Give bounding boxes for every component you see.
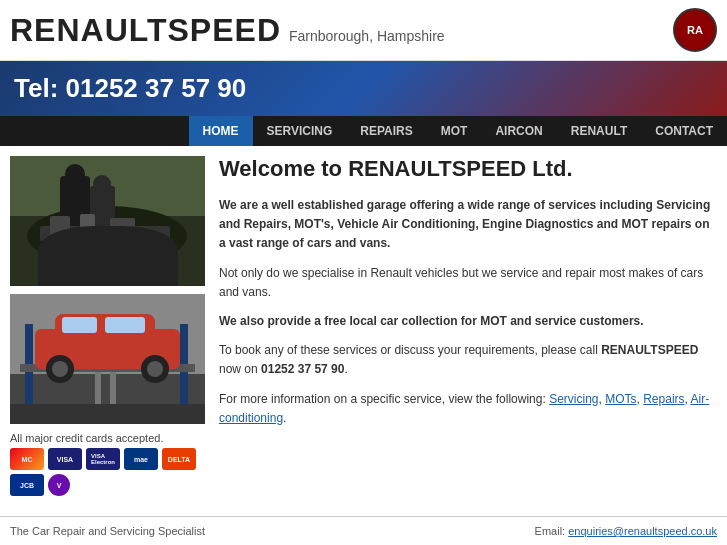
nav-contact[interactable]: CONTACT xyxy=(641,116,727,146)
svg-rect-5 xyxy=(90,186,115,236)
site-header: RENAULTSPEED Farnborough, Hampshire RA xyxy=(0,0,727,61)
services-text-pre: For more information on a specific servi… xyxy=(219,392,549,406)
maestro-icon: mae xyxy=(124,448,158,470)
svg-rect-25 xyxy=(10,404,205,424)
credit-cards-area: All major credit cards accepted. MC VISA… xyxy=(10,432,205,496)
footer-tagline: The Car Repair and Servicing Specialist xyxy=(10,525,205,537)
site-footer: The Car Repair and Servicing Specialist … xyxy=(0,516,727,545)
svg-rect-27 xyxy=(110,372,116,404)
footer-email: Email: enquiries@renaultspeed.co.uk xyxy=(535,525,717,537)
garage-image-2-svg xyxy=(10,294,205,424)
booking-text-pre: To book any of these services or discuss… xyxy=(219,343,601,357)
svg-point-22 xyxy=(52,361,68,377)
email-link[interactable]: enquiries@renaultspeed.co.uk xyxy=(568,525,717,537)
servicing-link[interactable]: Servicing xyxy=(549,392,598,406)
booking-paragraph: To book any of these services or discuss… xyxy=(219,341,717,379)
phone-banner: Tel: 01252 37 57 90 xyxy=(0,61,727,116)
logo-subtitle: Farnborough, Hampshire xyxy=(289,28,445,44)
nav-repairs[interactable]: REPAIRS xyxy=(346,116,426,146)
svg-rect-9 xyxy=(80,214,95,236)
second-paragraph: Not only do we specialise in Renault veh… xyxy=(219,264,717,302)
delta-icon: DELTA xyxy=(162,448,196,470)
phone-number: Tel: 01252 37 57 90 xyxy=(14,73,246,103)
nav-aircon[interactable]: AIRCON xyxy=(481,116,556,146)
mastercard-icon: MC xyxy=(10,448,44,470)
credit-cards-label: All major credit cards accepted. xyxy=(10,432,205,444)
visa-icon: VISA xyxy=(48,448,82,470)
svg-rect-20 xyxy=(105,317,145,333)
booking-text-end: . xyxy=(344,362,347,376)
nav-home[interactable]: HOME xyxy=(189,116,253,146)
garage-image-2 xyxy=(10,294,205,424)
right-column: Welcome to RENAULTSPEED Ltd. We are a we… xyxy=(219,156,717,496)
services-links-paragraph: For more information on a specific servi… xyxy=(219,390,717,428)
jcb-icon: JCB xyxy=(10,474,44,496)
svg-rect-19 xyxy=(62,317,97,333)
verified-icon: V xyxy=(48,474,70,496)
email-label: Email: xyxy=(535,525,569,537)
svg-rect-10 xyxy=(110,218,135,236)
svg-point-24 xyxy=(147,361,163,377)
brand-name: RENAULTSPEED xyxy=(601,343,698,357)
intro-paragraph: We are a well established garage offerin… xyxy=(219,196,717,254)
garage-image-1-svg xyxy=(10,156,205,286)
nav-renault[interactable]: RENAULT xyxy=(557,116,641,146)
mots-link[interactable]: MOTs xyxy=(605,392,636,406)
main-content: All major credit cards accepted. MC VISA… xyxy=(0,146,727,506)
main-nav: HOME SERVICING REPAIRS MOT AIRCON RENAUL… xyxy=(0,116,727,146)
left-column: All major credit cards accepted. MC VISA… xyxy=(10,156,205,496)
collection-paragraph: We also provide a free local car collect… xyxy=(219,312,717,331)
svg-rect-8 xyxy=(50,216,70,236)
repairs-link[interactable]: Repairs xyxy=(643,392,684,406)
logo-text: RENAULTSPEED xyxy=(10,12,281,49)
visa-electron-icon: VISAElectron xyxy=(86,448,120,470)
logo-badge: RA xyxy=(673,8,717,52)
cards-row: MC VISA VISAElectron mae DELTA JCB V xyxy=(10,448,205,496)
svg-rect-26 xyxy=(95,372,101,404)
nav-servicing[interactable]: SERVICING xyxy=(253,116,347,146)
svg-point-6 xyxy=(93,175,111,193)
booking-text-mid: now on xyxy=(219,362,261,376)
nav-mot[interactable]: MOT xyxy=(427,116,482,146)
phone-in-text: 01252 37 57 90 xyxy=(261,362,344,376)
garage-image-1 xyxy=(10,156,205,286)
welcome-title: Welcome to RENAULTSPEED Ltd. xyxy=(219,156,717,182)
svg-point-4 xyxy=(65,164,85,184)
logo-area: RENAULTSPEED Farnborough, Hampshire xyxy=(10,12,445,49)
